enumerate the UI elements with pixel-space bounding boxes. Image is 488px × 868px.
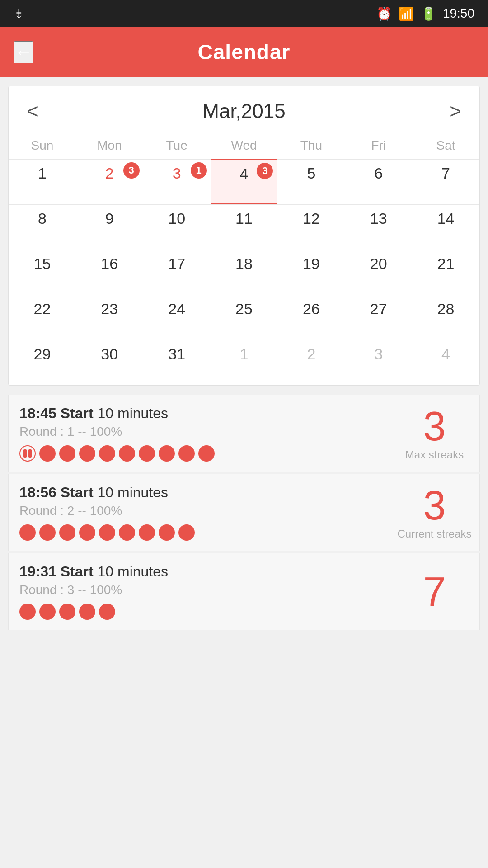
- cal-day-19[interactable]: 19: [277, 250, 345, 295]
- session-dot: [139, 445, 155, 462]
- cal-day-12[interactable]: 12: [277, 204, 345, 250]
- day-number: 16: [101, 255, 118, 273]
- cal-day-9[interactable]: 9: [76, 204, 143, 250]
- day-number: 20: [370, 255, 387, 273]
- dots-row: [19, 445, 378, 462]
- cal-day-11[interactable]: 11: [211, 204, 278, 250]
- month-nav: < Mar,2015 >: [9, 86, 479, 132]
- status-left: ⤈: [14, 6, 24, 21]
- day-number: 18: [235, 255, 253, 273]
- session-stat: 3Current streaks: [389, 474, 479, 551]
- app-bar: ← Calendar: [0, 27, 488, 77]
- calendar-grid: 1233143567891011121314151617181920212223…: [9, 159, 479, 385]
- month-label: Mar,2015: [202, 100, 285, 123]
- cal-day-21[interactable]: 21: [412, 250, 479, 295]
- status-bar: ⤈ ⏰ 📶 🔋 19:50: [0, 0, 488, 27]
- day-number: 10: [168, 209, 185, 228]
- stat-number: 7: [423, 571, 446, 612]
- cal-day-3[interactable]: 31: [143, 159, 211, 204]
- cal-day-13[interactable]: 13: [345, 204, 412, 250]
- cal-day-14[interactable]: 14: [412, 204, 479, 250]
- cal-day-16[interactable]: 16: [76, 250, 143, 295]
- stat-number: 3: [423, 406, 446, 447]
- cal-day-33[interactable]: 2: [277, 340, 345, 385]
- prev-month-button[interactable]: <: [27, 101, 38, 121]
- cal-day-28[interactable]: 28: [412, 295, 479, 340]
- dow-sat: Sat: [412, 132, 479, 159]
- cal-day-8[interactable]: 8: [9, 204, 76, 250]
- day-number: 27: [370, 300, 387, 318]
- dow-thu: Thu: [277, 132, 345, 159]
- session-info: 18:56 Start 10 minutesRound : 2 -- 100%: [9, 474, 389, 551]
- cal-day-15[interactable]: 15: [9, 250, 76, 295]
- session-dot: [79, 604, 95, 620]
- session-dot: [99, 445, 115, 462]
- session-dot: [159, 445, 175, 462]
- day-number: 2: [105, 164, 114, 183]
- cal-day-32[interactable]: 1: [211, 340, 278, 385]
- cal-day-17[interactable]: 17: [143, 250, 211, 295]
- day-number: 25: [235, 300, 253, 318]
- session-info: 19:31 Start 10 minutesRound : 3 -- 100%: [9, 553, 389, 630]
- session-row: 18:56 Start 10 minutesRound : 2 -- 100%3…: [8, 474, 480, 551]
- status-time: 19:50: [443, 6, 474, 21]
- session-row: 19:31 Start 10 minutesRound : 3 -- 100%7: [8, 553, 480, 630]
- cal-day-6[interactable]: 6: [345, 159, 412, 204]
- cal-day-5[interactable]: 5: [277, 159, 345, 204]
- session-dot: [178, 445, 195, 462]
- cal-day-24[interactable]: 24: [143, 295, 211, 340]
- calendar: < Mar,2015 > Sun Mon Tue Wed Thu Fri Sat…: [8, 86, 480, 386]
- day-number: 11: [235, 209, 253, 228]
- dow-wed: Wed: [211, 132, 278, 159]
- session-dot: [119, 445, 135, 462]
- session-time: 19:31 Start: [19, 563, 94, 580]
- day-number: 21: [437, 255, 455, 273]
- cal-day-1[interactable]: 1: [9, 159, 76, 204]
- dots-row: [19, 524, 378, 541]
- cal-day-30[interactable]: 30: [76, 340, 143, 385]
- day-number: 1: [38, 164, 47, 183]
- session-duration: 10 minutes: [98, 563, 169, 580]
- day-of-week-row: Sun Mon Tue Wed Thu Fri Sat: [9, 132, 479, 159]
- cal-day-7[interactable]: 7: [412, 159, 479, 204]
- cal-day-35[interactable]: 4: [412, 340, 479, 385]
- session-dot: [39, 604, 56, 620]
- cal-day-26[interactable]: 26: [277, 295, 345, 340]
- cal-day-10[interactable]: 10: [143, 204, 211, 250]
- session-duration: 10 minutes: [98, 484, 169, 500]
- day-number: 23: [101, 300, 118, 318]
- day-number: 12: [303, 209, 320, 228]
- session-dot: [178, 524, 195, 541]
- cal-day-22[interactable]: 22: [9, 295, 76, 340]
- cal-day-18[interactable]: 18: [211, 250, 278, 295]
- cal-day-4[interactable]: 43: [211, 159, 278, 204]
- day-number: 9: [105, 209, 114, 228]
- cal-day-23[interactable]: 23: [76, 295, 143, 340]
- session-dot: [99, 604, 115, 620]
- session-stat: 7: [389, 553, 479, 630]
- session-duration: 10 minutes: [98, 405, 169, 421]
- cal-day-25[interactable]: 25: [211, 295, 278, 340]
- session-title: 18:45 Start 10 minutes: [19, 405, 378, 422]
- day-number: 3: [374, 345, 383, 363]
- cal-day-27[interactable]: 27: [345, 295, 412, 340]
- day-badge: 3: [257, 163, 273, 179]
- dow-sun: Sun: [9, 132, 76, 159]
- day-number: 22: [34, 300, 51, 318]
- session-round: Round : 3 -- 100%: [19, 583, 378, 597]
- next-month-button[interactable]: >: [450, 101, 461, 121]
- day-number: 2: [307, 345, 315, 363]
- day-number: 24: [168, 300, 185, 318]
- cal-day-29[interactable]: 29: [9, 340, 76, 385]
- cal-day-34[interactable]: 3: [345, 340, 412, 385]
- day-number: 15: [34, 255, 51, 273]
- cal-day-20[interactable]: 20: [345, 250, 412, 295]
- status-right: ⏰ 📶 🔋 19:50: [376, 6, 474, 21]
- session-dot: [119, 524, 135, 541]
- stat-label: Max streaks: [405, 448, 464, 461]
- cal-day-2[interactable]: 23: [76, 159, 143, 204]
- back-button[interactable]: ←: [14, 41, 33, 63]
- day-number: 3: [173, 164, 181, 183]
- cal-day-31[interactable]: 31: [143, 340, 211, 385]
- dow-mon: Mon: [76, 132, 143, 159]
